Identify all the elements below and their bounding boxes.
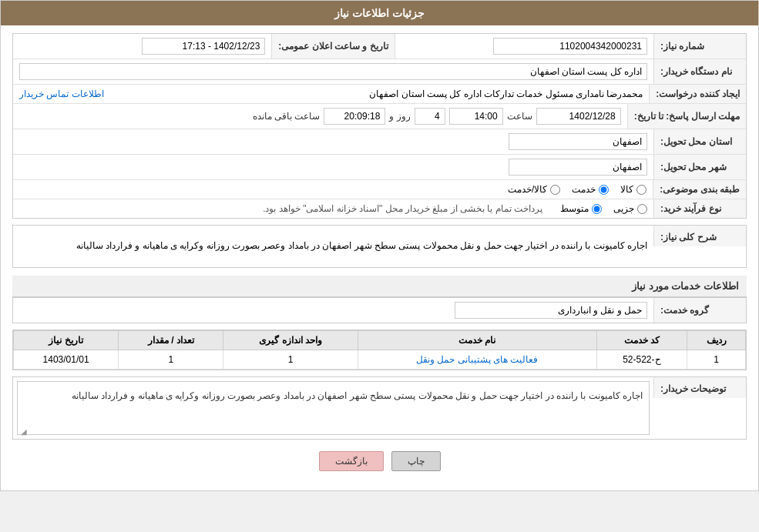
tosif-text: اجاره کامیونت با راننده در اختیار جهت حم…	[17, 381, 650, 435]
goroh-khedmat-input: حمل و نقل و انبارداری	[455, 302, 647, 319]
nam-dastgah-input: اداره کل پست استان اصفهان	[19, 63, 647, 80]
ijad-konande-text: محمدرضا نامداری مسئول خدمات تدارکات ادار…	[116, 89, 643, 99]
shahr-tahvil-value-cell: اصفهان	[13, 155, 653, 179]
services-table-section: ردیف کد خدمت نام خدمت واحد اندازه گیری ت…	[12, 330, 747, 370]
sharh-row: شرح کلی نیاز: اجاره کامیونت با راننده در…	[12, 225, 747, 268]
tasnif-radio-group: کالا خدمت کالا/خدمت	[508, 184, 646, 195]
goroh-khedmat-row: گروه خدمت: حمل و نقل و انبارداری	[12, 297, 747, 323]
radio-khedmat-input[interactable]	[599, 185, 609, 195]
tarikh-elan-label: تاریخ و ساعت اعلان عمومی:	[271, 34, 395, 59]
col-kod: کد خدمت	[596, 330, 687, 350]
col-vahid: واحد اندازه گیری	[223, 330, 358, 350]
goroh-khedmat-label: گروه خدمت:	[653, 298, 746, 323]
radio-motovaset-label: متوسط	[560, 203, 589, 214]
baqi-saat-input: 20:09:18	[324, 108, 385, 125]
tarikh-elan-input: 1402/12/23 - 17:13	[142, 38, 265, 55]
radio-kala-khedmat-input[interactable]	[550, 185, 560, 195]
mohlet-ersal-value-cell: 1402/12/28 ساعت 14:00 4 روز و 20:09:18	[13, 104, 627, 129]
shomara-niaz-label: شماره نیاز:	[653, 34, 746, 59]
goroh-khedmat-value-cell: حمل و نقل و انبارداری	[13, 298, 653, 323]
table-cell: 1403/01/01	[14, 350, 119, 369]
baqi-saat-label: ساعت باقی مانده	[253, 111, 321, 122]
col-tarikh: تاریخ نیاز	[14, 330, 119, 350]
page-title: جزئیات اطلاعات نیاز	[334, 7, 425, 19]
table-row: 1ح-522-52فعالیت های پشتیبانی حمل ونقل111…	[14, 350, 746, 369]
mohlet-date-input: 1402/12/28	[536, 108, 621, 125]
ijad-konande-label: ایجاد کننده درخواست:	[649, 85, 746, 103]
radio-kala-khedmat[interactable]: کالا/خدمت	[508, 184, 560, 195]
col-radif: ردیف	[687, 330, 746, 350]
saat-label: ساعت	[507, 111, 532, 122]
ostan-tahvil-input: اصفهان	[509, 133, 647, 150]
page-header: جزئیات اطلاعات نیاز	[1, 1, 758, 25]
mohlet-roz-input: 4	[415, 108, 445, 125]
farayand-description: پرداخت تمام یا بخشی از مبلغ خریدار محل "…	[263, 203, 542, 214]
nam-dastgah-label: نام دستگاه خریدار:	[653, 59, 746, 84]
radio-motovaset[interactable]: متوسط	[560, 203, 602, 214]
radio-kala-khedmat-label: کالا/خدمت	[508, 184, 547, 195]
back-button[interactable]: بازگشت	[319, 451, 384, 471]
tosif-label: توضیحات خریدار:	[653, 377, 746, 398]
services-table: ردیف کد خدمت نام خدمت واحد اندازه گیری ت…	[13, 330, 746, 370]
roz-va-label: روز و	[389, 111, 410, 122]
nove-farayand-value-cell: جزیی متوسط پرداخت تمام یا بخشی از مبلغ خ…	[13, 199, 653, 218]
ostan-tahvil-label: استان محل تحویل:	[653, 129, 746, 154]
shomara-niaz-input: 1102004342000231	[493, 38, 647, 55]
radio-jozvi-label: جزیی	[613, 203, 634, 214]
button-row: چاپ بازگشت	[12, 451, 747, 471]
radio-khedmat[interactable]: خدمت	[572, 184, 609, 195]
table-cell: ح-522-52	[596, 350, 687, 369]
radio-khedmat-label: خدمت	[572, 184, 596, 195]
table-cell: 1	[119, 350, 223, 369]
nam-dastgah-value-cell: اداره کل پست استان اصفهان	[13, 59, 653, 84]
col-tedad: تعداد / مقدار	[119, 330, 223, 350]
tasnif-label: طبقه بندی موضوعی:	[653, 180, 746, 199]
sharh-text: اجاره کامیونت با راننده در اختیار جهت حم…	[19, 238, 647, 255]
radio-jozvi[interactable]: جزیی	[613, 203, 647, 214]
nove-farayand-label: نوع فرآیند خرید:	[653, 199, 746, 218]
shomara-niaz-value-cell: 1102004342000231	[395, 34, 653, 59]
radio-kala-label: کالا	[620, 184, 633, 195]
col-name: نام خدمت	[358, 330, 596, 350]
radio-kala-input[interactable]	[636, 185, 646, 195]
radio-jozvi-input[interactable]	[637, 204, 647, 214]
ijad-konande-value-cell: محمدرضا نامداری مسئول خدمات تدارکات ادار…	[13, 85, 649, 103]
radio-kala[interactable]: کالا	[620, 184, 646, 195]
resize-handle[interactable]: ◢	[19, 425, 27, 433]
mohlet-ersal-label: مهلت ارسال پاسخ: تا تاریخ:	[627, 104, 746, 129]
print-button[interactable]: چاپ	[391, 451, 441, 471]
info-section: شماره نیاز: 1102004342000231 تاریخ و ساع…	[12, 33, 747, 219]
tosif-row: توضیحات خریدار: اجاره کامیونت با راننده …	[12, 376, 747, 440]
farayand-radio-group: جزیی متوسط پرداخت تمام یا بخشی از مبلغ خ…	[263, 203, 647, 214]
tosif-value-cell: اجاره کامیونت با راننده در اختیار جهت حم…	[13, 377, 653, 439]
table-cell: 1	[223, 350, 358, 369]
tamas-khardar-link[interactable]: اطلاعات تماس خریدار	[19, 89, 104, 99]
tarikh-elan-value-cell: 1402/12/23 - 17:13	[13, 34, 271, 59]
khedmat-section-title: اطلاعات خدمات مورد نیاز	[12, 276, 747, 297]
ostan-tahvil-value-cell: اصفهان	[13, 129, 653, 154]
tasnif-value-cell: کالا خدمت کالا/خدمت	[13, 180, 653, 199]
table-cell[interactable]: فعالیت های پشتیبانی حمل ونقل	[358, 350, 596, 369]
sharh-value-cell: اجاره کامیونت با راننده در اختیار جهت حم…	[13, 226, 653, 267]
table-cell: 1	[687, 350, 746, 369]
shahr-tahvil-label: شهر محل تحویل:	[653, 155, 746, 179]
radio-motovaset-input[interactable]	[592, 204, 602, 214]
mohlet-saat-input: 14:00	[449, 108, 503, 125]
shahr-tahvil-input: اصفهان	[509, 159, 647, 176]
sharh-label: شرح کلی نیاز:	[653, 226, 746, 246]
